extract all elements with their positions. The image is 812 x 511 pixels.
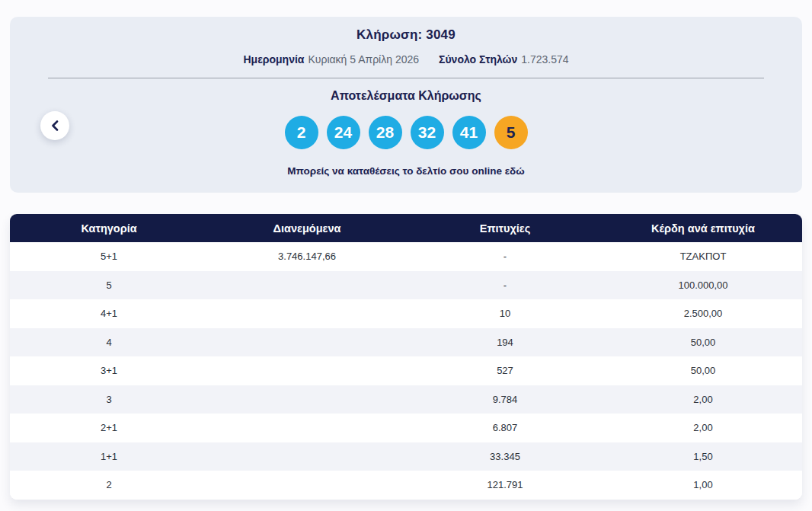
results-title: Αποτελέσματα Κλήρωσης: [10, 89, 802, 103]
draw-date: ΗμερομηνίαΚυριακή 5 Απρίλη 2026: [243, 53, 419, 65]
cell-winners: 527: [406, 365, 604, 376]
prize-table-header: ΚατηγορίαΔιανεμόμεναΕπιτυχίεςΚέρδη ανά ε…: [10, 214, 802, 242]
total-columns-value: 1.723.574: [521, 53, 568, 65]
prize-table: ΚατηγορίαΔιανεμόμεναΕπιτυχίεςΚέρδη ανά ε…: [10, 214, 802, 500]
draw-meta: ΗμερομηνίαΚυριακή 5 Απρίλη 2026 Σύνολο Σ…: [10, 53, 802, 65]
total-columns-label: Σύνολο Στηλών: [439, 53, 517, 65]
cell-prize-per-win: 2.500,00: [604, 308, 802, 319]
cell-category: 5: [10, 279, 208, 291]
cell-prize-per-win: 2,00: [604, 422, 802, 433]
chevron-left-icon: [51, 120, 59, 131]
cell-prize-per-win: 100.000,00: [604, 279, 802, 291]
col-winners: Επιτυχίες: [406, 222, 604, 235]
prize-table-body: 5+13.746.147,66-ΤΖΑΚΠΟΤ5-100.000,004+110…: [10, 242, 802, 500]
table-row: 5+13.746.147,66-ΤΖΑΚΠΟΤ: [10, 242, 802, 271]
col-distributed: Διανεμόμενα: [208, 222, 406, 235]
cell-winners: -: [406, 251, 604, 262]
cell-category: 2: [10, 479, 208, 490]
total-columns: Σύνολο Στηλών1.723.574: [439, 53, 568, 65]
table-row: 3+152750,00: [10, 356, 802, 385]
cell-category: 2+1: [10, 422, 208, 433]
cell-category: 4: [10, 337, 208, 348]
drawn-numbers-row: 2242832415: [10, 116, 802, 149]
draw-title: Κλήρωση: 3049: [10, 17, 802, 43]
cell-prize-per-win: ΤΖΑΚΠΟΤ: [604, 251, 802, 262]
cell-prize-per-win: 50,00: [604, 337, 802, 348]
cell-category: 5+1: [10, 251, 208, 262]
table-row: 1+133.3451,50: [10, 442, 802, 471]
table-row: 5-100.000,00: [10, 271, 802, 300]
cell-winners: 9.784: [406, 394, 604, 405]
col-category: Κατηγορία: [10, 222, 208, 235]
table-row: 4+1102.500,00: [10, 299, 802, 328]
drawn-number-ball: 32: [411, 116, 444, 149]
cell-winners: 10: [406, 308, 604, 319]
cell-category: 1+1: [10, 451, 208, 462]
table-row: 2121.7911,00: [10, 471, 802, 500]
cell-winners: 121.791: [406, 479, 604, 490]
cell-category: 3+1: [10, 365, 208, 376]
cell-prize-per-win: 50,00: [604, 365, 802, 376]
online-deposit-link[interactable]: Μπορείς να καταθέσεις το δελτίο σου onli…: [287, 165, 524, 177]
cell-winners: 6.807: [406, 422, 604, 433]
bonus-number-ball: 5: [494, 116, 528, 149]
table-row: 39.7842,00: [10, 385, 802, 414]
col-prize-per-win: Κέρδη ανά επιτυχία: [604, 222, 802, 235]
drawn-number-ball: 28: [369, 116, 402, 149]
panel-divider: [48, 78, 764, 78]
draw-date-value: Κυριακή 5 Απρίλη 2026: [308, 53, 419, 65]
drawn-number-ball: 2: [285, 116, 318, 149]
cell-winners: 194: [406, 337, 604, 348]
drawn-number-ball: 41: [452, 116, 486, 149]
cell-prize-per-win: 1,50: [604, 451, 802, 462]
cell-winners: 33.345: [406, 451, 604, 462]
table-row: 2+16.8072,00: [10, 414, 802, 442]
cell-prize-per-win: 2,00: [604, 394, 802, 405]
draw-results-panel: Κλήρωση: 3049 ΗμερομηνίαΚυριακή 5 Απρίλη…: [10, 17, 802, 193]
cell-category: 4+1: [10, 308, 208, 319]
table-row: 419450,00: [10, 328, 802, 357]
previous-draw-button[interactable]: [40, 111, 69, 140]
drawn-number-ball: 24: [327, 116, 360, 149]
cell-distributed: 3.746.147,66: [208, 251, 406, 262]
cell-winners: -: [406, 279, 604, 291]
cell-prize-per-win: 1,00: [604, 479, 802, 490]
cell-category: 3: [10, 394, 208, 405]
draw-date-label: Ημερομηνία: [243, 53, 304, 65]
